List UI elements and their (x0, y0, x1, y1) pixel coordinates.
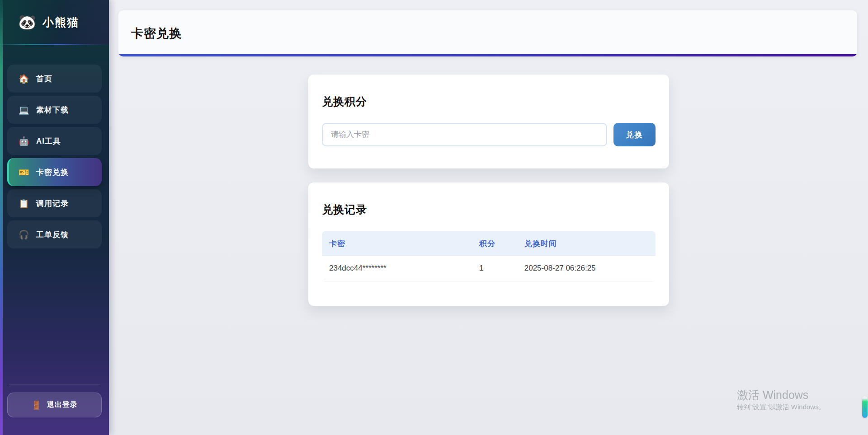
redeem-points-card: 兑换积分 兑换 (308, 75, 669, 168)
sidebar-item-material-download[interactable]: 💻 素材下载 (7, 96, 102, 124)
panda-logo-icon: 🐼 (18, 15, 36, 29)
laptop-icon: 💻 (19, 106, 28, 114)
app-title: 小熊猫 (42, 15, 79, 30)
sidebar-item-label: 卡密兑换 (36, 167, 69, 178)
logout-button[interactable]: 🚪 退出登录 (7, 393, 102, 417)
column-header-card-key: 卡密 (322, 231, 472, 256)
page-header: 卡密兑换 (118, 10, 857, 56)
door-icon: 🚪 (31, 401, 41, 409)
sidebar-item-label: 调用记录 (36, 198, 69, 209)
cell-redeem-time: 2025-08-27 06:26:25 (517, 256, 656, 281)
sidebar-item-label: 首页 (36, 74, 52, 84)
sidebar-menu: 🏠 首页 💻 素材下载 🤖 AI工具 🎫 卡密兑换 📋 调用记录 🎧 工 (7, 65, 102, 252)
app-logo: 🐼 小熊猫 (3, 0, 109, 44)
sidebar-divider (9, 384, 100, 384)
cell-points: 1 (472, 256, 517, 281)
card-key-input[interactable] (322, 123, 607, 146)
clipboard-icon: 📋 (19, 199, 28, 208)
watermark-line2: 转到"设置"以激活 Windows。 (737, 402, 826, 412)
redemption-records-card: 兑换记录 卡密 积分 兑换时间 234dcc44******** 1 2025-… (308, 182, 669, 306)
column-header-redeem-time: 兑换时间 (517, 231, 656, 256)
sidebar-item-label: 工单反馈 (36, 229, 69, 240)
sidebar: 🐼 小熊猫 🏠 首页 💻 素材下载 🤖 AI工具 🎫 卡密兑换 📋 (0, 0, 109, 435)
column-header-points: 积分 (472, 231, 517, 256)
sidebar-item-card-redemption[interactable]: 🎫 卡密兑换 (7, 158, 102, 186)
sidebar-item-ticket-feedback[interactable]: 🎧 工单反馈 (7, 220, 102, 248)
sidebar-item-call-records[interactable]: 📋 调用记录 (7, 189, 102, 217)
table-row: 234dcc44******** 1 2025-08-27 06:26:25 (322, 256, 656, 281)
redeem-card-title: 兑换积分 (322, 94, 656, 109)
logout-label: 退出登录 (47, 400, 78, 410)
logo-divider-glow (0, 44, 109, 45)
edge-scroll-indicator[interactable] (862, 396, 868, 418)
windows-activation-watermark: 激活 Windows 转到"设置"以激活 Windows。 (737, 388, 826, 412)
ticket-icon: 🎫 (19, 168, 28, 177)
sidebar-item-label: AI工具 (36, 136, 61, 146)
table-header-row: 卡密 积分 兑换时间 (322, 231, 656, 256)
sidebar-edge-gradient (0, 0, 3, 435)
sidebar-item-label: 素材下载 (36, 105, 69, 115)
cell-card-key: 234dcc44******** (322, 256, 472, 281)
sidebar-item-ai-tools[interactable]: 🤖 AI工具 (7, 127, 102, 155)
page-title: 卡密兑换 (131, 25, 182, 42)
redeem-input-row: 兑换 (322, 123, 656, 146)
redeem-button[interactable]: 兑换 (613, 123, 656, 146)
watermark-line1: 激活 Windows (737, 388, 826, 402)
records-table: 卡密 积分 兑换时间 234dcc44******** 1 2025-08-27… (322, 231, 656, 281)
home-icon: 🏠 (19, 75, 28, 83)
robot-icon: 🤖 (19, 137, 28, 145)
main-content: 卡密兑换 兑换积分 兑换 兑换记录 卡密 积分 兑换时间 (109, 0, 868, 435)
headphones-icon: 🎧 (19, 230, 28, 239)
records-card-title: 兑换记录 (322, 202, 656, 217)
sidebar-item-home[interactable]: 🏠 首页 (7, 65, 102, 93)
